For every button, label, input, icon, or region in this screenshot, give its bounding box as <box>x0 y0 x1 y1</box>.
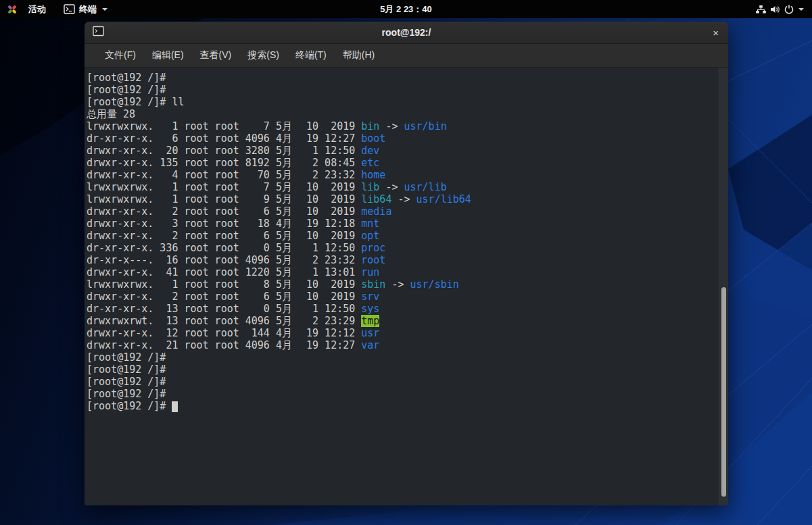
app-menu-label: 终端 <box>79 3 97 16</box>
col-group: root <box>215 193 239 205</box>
col-month: 5月 <box>276 120 294 132</box>
col-links: 2 <box>160 205 178 218</box>
shell-prompt: [root@192 /]# <box>87 364 172 376</box>
col-time: 2019 <box>325 278 355 291</box>
col-size: 7 <box>245 120 270 132</box>
col-size: 70 <box>245 169 270 181</box>
col-day: 2 <box>300 157 318 169</box>
col-group: root <box>215 327 239 339</box>
activities-button[interactable]: 活动 <box>22 0 53 18</box>
col-group: root <box>215 291 239 303</box>
col-time: 2019 <box>325 205 355 218</box>
col-size: 1220 <box>245 266 270 278</box>
file-name: var <box>361 339 379 351</box>
col-perms: dr-xr-xr-x. <box>87 242 153 254</box>
col-day: 10 <box>300 120 318 132</box>
terminal-output: [root@192 /]# [root@192 /]# [root@192 /]… <box>87 72 717 412</box>
col-owner: root <box>184 339 208 351</box>
col-group: root <box>215 266 239 278</box>
col-time: 12:27 <box>325 132 355 145</box>
col-time: 23:32 <box>325 254 355 266</box>
col-day: 1 <box>300 266 318 278</box>
col-time: 2019 <box>325 230 355 242</box>
app-menu-button[interactable]: 终端 <box>57 0 114 18</box>
terminal-app-icon <box>64 4 75 14</box>
col-group: root <box>215 132 239 145</box>
col-owner: root <box>184 230 208 242</box>
volume-icon <box>769 4 781 15</box>
menubar-item[interactable]: 文件(F) <box>97 44 144 67</box>
col-perms: dr-xr-xr-x. <box>87 132 153 145</box>
col-owner: root <box>184 278 208 291</box>
col-size: 0 <box>245 242 270 254</box>
col-time: 13:01 <box>325 266 355 278</box>
col-links: 3 <box>160 218 178 230</box>
col-day: 19 <box>300 327 318 339</box>
col-time: 12:12 <box>325 327 355 339</box>
top-bar: 活动 终端 5月 2 23：40 <box>0 0 812 18</box>
window-titlebar[interactable]: root@192:/ × <box>85 22 728 44</box>
shell-prompt: [root@192 /]# <box>87 84 172 96</box>
file-listing-row: drwxr-xr-x. 21 root root 4096 4月 19 12:2… <box>87 339 717 351</box>
col-owner: root <box>184 120 208 132</box>
file-name: usr <box>361 327 379 339</box>
col-links: 135 <box>160 157 178 169</box>
col-time: 08:45 <box>325 157 355 169</box>
scrollbar-track[interactable] <box>719 68 728 505</box>
file-listing-row: dr-xr-x---. 16 root root 4096 5月 2 23:32… <box>87 254 717 266</box>
menubar-item[interactable]: 帮助(H) <box>335 44 383 67</box>
col-group: root <box>215 218 239 230</box>
terminal-line: [root@192 /]# <box>87 400 717 412</box>
col-owner: root <box>184 266 208 278</box>
terminal-screen[interactable]: [root@192 /]# [root@192 /]# [root@192 /]… <box>85 68 728 505</box>
col-group: root <box>215 230 239 242</box>
col-time: 2019 <box>325 193 355 205</box>
col-group: root <box>215 303 239 315</box>
col-owner: root <box>184 132 208 145</box>
network-icon <box>755 4 767 15</box>
col-size: 4096 <box>245 315 270 327</box>
scrollbar-thumb[interactable] <box>721 287 726 497</box>
menubar-item[interactable]: 终端(T) <box>287 44 335 67</box>
terminal-line: [root@192 /]# <box>87 351 717 364</box>
col-month: 5月 <box>276 193 294 205</box>
file-name: home <box>361 169 385 181</box>
col-day: 10 <box>300 181 318 193</box>
col-size: 8 <box>245 278 270 291</box>
col-perms: drwxrwxrwt. <box>87 315 153 327</box>
col-perms: drwxr-xr-x. <box>87 339 153 351</box>
menubar-item[interactable]: 编辑(E) <box>144 44 192 67</box>
file-name: proc <box>361 242 385 254</box>
col-day: 10 <box>300 230 318 242</box>
file-listing-row: drwxr-xr-x. 4 root root 70 5月 2 23:32 ho… <box>87 169 717 181</box>
col-perms: dr-xr-xr-x. <box>87 303 153 315</box>
col-group: root <box>215 339 239 351</box>
col-day: 10 <box>300 278 318 291</box>
col-day: 2 <box>300 254 318 266</box>
col-month: 5月 <box>276 181 294 193</box>
system-status-area[interactable] <box>751 0 808 18</box>
col-day: 2 <box>300 169 318 181</box>
terminal-line: [root@192 /]# ll <box>87 96 717 108</box>
window-title: root@192:/ <box>85 27 728 38</box>
file-listing-row: lrwxrwxrwx. 1 root root 7 5月 10 2019 lib… <box>87 181 717 193</box>
menubar-item[interactable]: 查看(V) <box>192 44 240 67</box>
col-time: 12:50 <box>325 145 355 157</box>
menubar-item[interactable]: 搜索(S) <box>239 44 287 67</box>
file-name: opt <box>361 230 379 242</box>
col-links: 1 <box>160 193 178 205</box>
col-size: 8192 <box>245 157 270 169</box>
col-month: 4月 <box>276 327 294 339</box>
col-month: 4月 <box>276 339 294 351</box>
col-month: 5月 <box>276 145 294 157</box>
col-group: root <box>215 205 239 218</box>
col-links: 2 <box>160 230 178 242</box>
close-button[interactable]: × <box>713 22 719 43</box>
file-name: media <box>361 205 391 218</box>
col-month: 5月 <box>276 157 294 169</box>
clock-button[interactable]: 5月 2 23：40 <box>373 0 439 18</box>
col-owner: root <box>184 242 208 254</box>
clock-label: 5月 2 23：40 <box>380 3 432 16</box>
file-name: lib64 <box>361 193 391 205</box>
menubar: 文件(F)编辑(E)查看(V)搜索(S)终端(T)帮助(H) <box>85 44 728 68</box>
